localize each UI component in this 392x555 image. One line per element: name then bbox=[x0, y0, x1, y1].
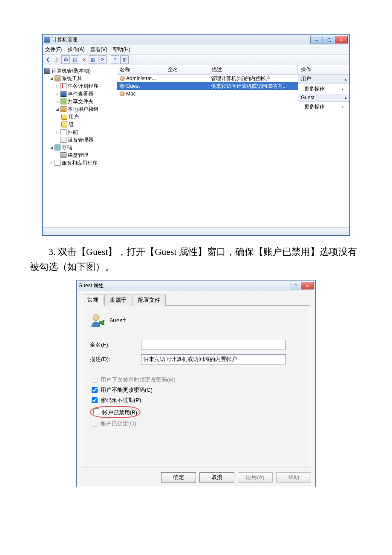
tree-task-scheduler[interactable]: ▷任务计划程序 bbox=[43, 82, 116, 90]
tab-strip: 常规 隶属于 配置文件 bbox=[82, 295, 310, 306]
close-button[interactable]: ✕ bbox=[335, 36, 348, 43]
menu-action[interactable]: 操作(A) bbox=[68, 46, 85, 52]
folder-icon bbox=[61, 114, 67, 120]
expand-icon[interactable]: ▷ bbox=[55, 84, 59, 88]
tree-system-tools[interactable]: ◢系统工具 bbox=[43, 75, 116, 82]
help-button[interactable]: ? bbox=[291, 282, 302, 289]
app-icon bbox=[44, 37, 50, 43]
tab-profile[interactable]: 配置文件 bbox=[133, 295, 166, 306]
menu-view[interactable]: 查看(V) bbox=[90, 46, 107, 52]
clock-icon bbox=[61, 83, 66, 89]
back-icon[interactable] bbox=[44, 56, 52, 64]
tree-local-users[interactable]: ◢本地用户和组 bbox=[43, 105, 116, 113]
tree-services-apps[interactable]: ▷服务和应用程序 bbox=[43, 159, 116, 167]
fullname-input[interactable] bbox=[141, 340, 286, 350]
chk-account-disabled-box[interactable] bbox=[93, 408, 99, 414]
list-row[interactable]: Administrat... 管理计算机(域)的内置帐户 bbox=[117, 75, 298, 82]
minimize-button[interactable]: – bbox=[310, 36, 323, 43]
tree-storage[interactable]: ◢存储 bbox=[43, 144, 116, 151]
up-icon[interactable]: ⮉ bbox=[61, 55, 70, 64]
expand-icon[interactable]: ▷ bbox=[49, 161, 53, 165]
close-button[interactable]: ✕ bbox=[301, 282, 314, 289]
tab-panel-general: Guest 全名(F): 描述(D): 用户下次登录时须更改密码(M) bbox=[82, 306, 310, 468]
menu-help[interactable]: 帮助(H) bbox=[113, 46, 130, 52]
help-button-dlg[interactable]: 帮助 bbox=[276, 472, 311, 483]
status-bar bbox=[43, 227, 349, 235]
perf-icon bbox=[61, 129, 66, 135]
wrench-icon bbox=[55, 75, 61, 81]
tree-event-viewer[interactable]: ▷事件查看器 bbox=[43, 90, 116, 98]
actions-section-guest[interactable]: Guest▴ bbox=[298, 94, 349, 102]
nav-tree[interactable]: 计算机管理(本地) ◢系统工具 ▷任务计划程序 ▷事件查看器 ▷共享文件夹 ◢本… bbox=[43, 65, 117, 227]
instruction-step-3: 3. 双击【Guest】，打开【Guest 属性】窗口，确保【账户已禁用】选项没… bbox=[30, 244, 362, 274]
tree-users-folder[interactable]: 用户 bbox=[43, 113, 116, 121]
chk-pwd-never-expires[interactable]: 密码永不过期(P) bbox=[90, 396, 302, 405]
svg-point-0 bbox=[93, 315, 99, 321]
expand-icon[interactable]: ▷ bbox=[55, 130, 59, 134]
help-icon[interactable]: ? bbox=[111, 55, 119, 64]
disk-icon bbox=[61, 152, 66, 158]
device-icon bbox=[61, 137, 66, 143]
tree-disk-mgmt[interactable]: 磁盘管理 bbox=[43, 151, 116, 159]
maximize-button[interactable]: ▢ bbox=[323, 36, 335, 43]
chk-account-disabled[interactable]: 帐户已禁用(B) bbox=[90, 406, 302, 418]
mmc-titlebar[interactable]: 计算机管理 – ▢ ✕ bbox=[43, 35, 349, 45]
cancel-button[interactable]: 取消 bbox=[199, 472, 234, 483]
share-icon bbox=[61, 98, 66, 104]
description-input[interactable] bbox=[141, 354, 286, 364]
delete-icon[interactable]: ✕ bbox=[80, 56, 88, 64]
tree-shared-folders[interactable]: ▷共享文件夹 bbox=[43, 98, 116, 105]
folder-icon bbox=[61, 121, 67, 127]
chevron-up-icon: ▴ bbox=[345, 95, 347, 100]
tab-member-of[interactable]: 隶属于 bbox=[104, 295, 132, 306]
description-label: 描述(D): bbox=[90, 356, 141, 363]
properties-icon[interactable]: ▤ bbox=[71, 55, 79, 64]
tree-device-manager[interactable]: 设备管理器 bbox=[43, 136, 116, 144]
expand-icon[interactable]: ◢ bbox=[49, 77, 53, 81]
guest-icon bbox=[120, 84, 125, 89]
user-large-icon bbox=[90, 312, 105, 328]
col-fullname[interactable]: 全名 bbox=[165, 65, 209, 74]
expand-icon[interactable]: ◢ bbox=[55, 107, 59, 111]
expand-icon[interactable]: ▷ bbox=[55, 100, 59, 104]
storage-icon bbox=[55, 145, 61, 150]
chk-cannot-change-pwd-box[interactable] bbox=[92, 387, 98, 393]
chk-account-locked: 帐户已锁定(O) bbox=[90, 419, 302, 428]
forward-icon[interactable] bbox=[53, 56, 61, 64]
tab-general[interactable]: 常规 bbox=[82, 295, 104, 306]
tree-root[interactable]: 计算机管理(本地) bbox=[43, 67, 116, 75]
tree-groups-folder[interactable]: 组 bbox=[43, 121, 116, 128]
users-icon bbox=[61, 106, 66, 112]
chk-cannot-change-pwd[interactable]: 用户不能更改密码(C) bbox=[90, 386, 302, 394]
list-row[interactable]: Mac bbox=[117, 90, 298, 98]
user-list: 名称 全名 描述 Administrat... 管理计算机(域)的内置帐户 Gu… bbox=[117, 65, 298, 227]
view-icon[interactable]: ⊞ bbox=[120, 55, 129, 64]
menu-file[interactable]: 文件(F) bbox=[45, 46, 62, 52]
col-name[interactable]: 名称 bbox=[117, 65, 165, 74]
dlg-titlebar[interactable]: Guest 属性 ? ✕ bbox=[77, 280, 315, 291]
actions-section-users[interactable]: 用户▴ bbox=[298, 75, 349, 84]
services-icon bbox=[55, 160, 61, 166]
apply-button[interactable]: 应用(A) bbox=[238, 472, 273, 483]
toolbar: ⮉ ▤ ✕ ▦ ⟳ ? ⊞ bbox=[43, 55, 349, 65]
chk-must-change-pwd-box bbox=[92, 377, 98, 383]
list-header[interactable]: 名称 全名 描述 bbox=[117, 65, 298, 75]
tree-performance[interactable]: ▷性能 bbox=[43, 128, 116, 136]
actions-more[interactable]: 更多操作▸ bbox=[298, 102, 349, 112]
computer-icon bbox=[44, 68, 50, 74]
user-icon bbox=[120, 91, 125, 96]
export-icon[interactable]: ▦ bbox=[89, 55, 97, 64]
expand-icon[interactable]: ◢ bbox=[49, 146, 53, 150]
user-icon bbox=[120, 76, 125, 81]
ok-button[interactable]: 确定 bbox=[161, 472, 196, 483]
actions-more[interactable]: 更多操作▸ bbox=[298, 84, 349, 94]
actions-header: 操作 bbox=[298, 65, 349, 75]
account-name: Guest bbox=[110, 317, 126, 324]
expand-icon[interactable]: ▷ bbox=[55, 92, 59, 96]
list-row-selected[interactable]: Guest 供来宾访问计算机或访问域的内... bbox=[117, 82, 298, 90]
chk-pwd-never-expires-box[interactable] bbox=[92, 397, 98, 403]
menubar: 文件(F) 操作(A) 查看(V) 帮助(H) bbox=[43, 45, 349, 55]
col-desc[interactable]: 描述 bbox=[209, 65, 298, 74]
guest-properties-dialog: Guest 属性 ? ✕ 常规 隶属于 配置文件 Guest bbox=[76, 280, 316, 487]
refresh-icon[interactable]: ⟳ bbox=[98, 55, 107, 64]
